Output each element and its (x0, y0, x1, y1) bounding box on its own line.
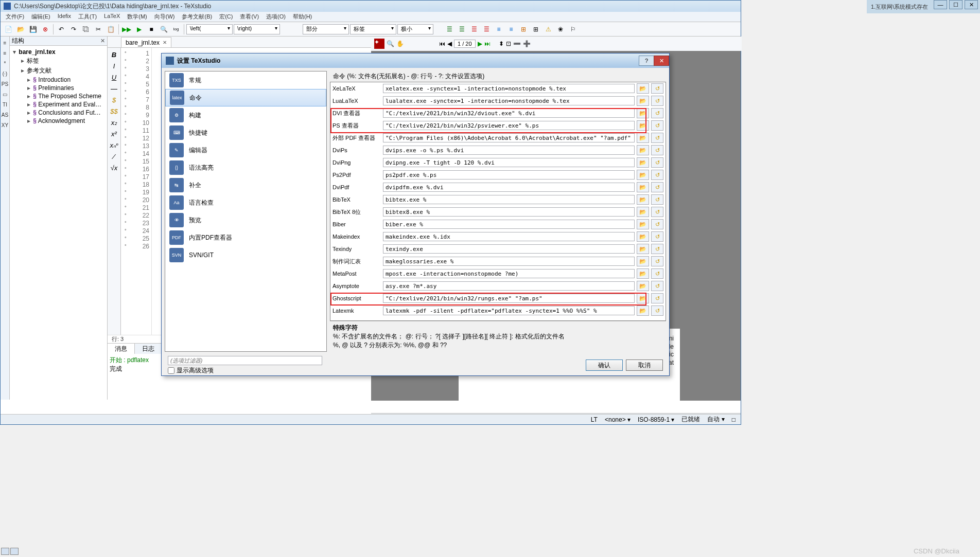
browse-icon[interactable]: 📂 (637, 207, 649, 217)
command-input[interactable] (383, 183, 635, 192)
math-tool-icon[interactable]: x₂ (111, 118, 117, 127)
pdf-scroll-icon[interactable]: ✋ (396, 40, 404, 47)
tree-item[interactable]: ▸ § Introduction (12, 76, 105, 84)
command-input[interactable] (383, 195, 635, 204)
menubar[interactable]: 文件(F)编辑(E)Idefix工具(T)LaTeX数学(M)向导(W)参考文献… (1, 12, 741, 22)
command-input[interactable] (383, 170, 635, 179)
browse-icon[interactable]: 📂 (637, 293, 649, 303)
list-icon[interactable]: ☰ (481, 24, 492, 35)
browse-icon[interactable]: 📂 (637, 145, 649, 155)
bookmark-icon[interactable]: ⚐ (567, 24, 579, 35)
settings-category-item[interactable]: PDF内置PDF查看器 (165, 229, 326, 246)
align-right-icon[interactable]: ☰ (468, 24, 480, 35)
settings-category-item[interactable]: TXS常规 (165, 71, 326, 89)
settings-category-item[interactable]: {}语法高亮 (165, 159, 326, 176)
tree-item[interactable]: ▸ § Acknowledgment (12, 117, 105, 125)
compile-icon[interactable]: ▶ (133, 24, 145, 35)
reset-icon[interactable]: ↺ (651, 133, 663, 143)
math-tool-icon[interactable]: xₙⁿ (110, 140, 118, 150)
math-tool-icon[interactable]: B (112, 50, 116, 59)
command-input[interactable] (383, 133, 635, 142)
reset-icon[interactable]: ↺ (651, 231, 663, 242)
browse-icon[interactable]: 📂 (637, 133, 649, 143)
status-none-combo[interactable]: <none> ▾ (605, 416, 631, 423)
command-input[interactable] (383, 158, 635, 167)
math-tool-icon[interactable]: — (111, 84, 117, 93)
reset-icon[interactable]: ↺ (651, 207, 663, 217)
dialog-help-icon[interactable]: ? (639, 56, 654, 66)
math-tool-icon[interactable]: ⁄ (113, 152, 114, 161)
right-delim-combo[interactable]: \right) (234, 24, 280, 34)
menu-item[interactable]: 编辑(E) (28, 12, 54, 22)
pdf-zoom-out-icon[interactable]: ➖ (513, 40, 521, 47)
command-input[interactable] (383, 281, 635, 291)
menu-item[interactable]: LaTeX (101, 12, 123, 22)
command-input[interactable] (383, 207, 635, 217)
table-icon[interactable]: ⊞ (518, 24, 529, 35)
tree-item[interactable]: ▸ 标签 (12, 56, 105, 66)
reset-icon[interactable]: ↺ (651, 96, 663, 106)
panel-tool-icon[interactable]: (·) (1, 69, 9, 78)
browse-icon[interactable]: 📂 (637, 306, 649, 316)
view-log-icon[interactable]: log (170, 24, 182, 35)
align-center-icon[interactable]: ☰ (456, 24, 467, 35)
tree-item[interactable]: ▸ § The Proposed Scheme (12, 92, 105, 100)
reset-icon[interactable]: ↺ (651, 157, 663, 168)
menu-item[interactable]: 工具(T) (75, 12, 100, 22)
redo-icon[interactable]: ↷ (68, 24, 79, 35)
panel-tool-icon[interactable]: * (1, 59, 9, 67)
taskbar-icon[interactable] (10, 548, 19, 555)
reset-icon[interactable]: ↺ (651, 120, 663, 131)
browse-icon[interactable]: 📂 (637, 268, 649, 279)
pdf-fit-width-icon[interactable]: ⬍ (499, 40, 504, 47)
browse-icon[interactable]: 📂 (637, 108, 649, 118)
filter-input[interactable] (168, 356, 322, 365)
pdf-magnify-icon[interactable]: 🔍 (387, 40, 394, 47)
panel-tool-icon[interactable]: ▭ (1, 90, 9, 98)
tab-close-icon[interactable]: ✕ (163, 40, 167, 45)
pdf-page-field[interactable]: 1 / 20 (454, 40, 476, 48)
command-input[interactable] (383, 146, 635, 155)
document-tab[interactable]: bare_jrnl.tex ✕ (121, 37, 171, 47)
browse-icon[interactable]: 📂 (637, 83, 649, 94)
status-encoding-combo[interactable]: ISO-8859-1 ▾ (638, 416, 674, 423)
pdf-zoom-in-icon[interactable]: ➕ (523, 40, 531, 47)
browse-icon[interactable]: 📂 (637, 194, 649, 205)
math-tool-icon[interactable]: x² (111, 129, 117, 138)
close-file-icon[interactable]: ⊗ (40, 24, 51, 35)
undo-icon[interactable]: ↶ (56, 24, 67, 35)
show-advanced-checkbox[interactable]: 显示高级选项 (168, 366, 322, 375)
math-tool-icon[interactable]: $ (112, 95, 116, 104)
bg-close-icon[interactable]: ✕ (965, 0, 978, 9)
cut-icon[interactable]: ✂ (93, 24, 104, 35)
pdf-fit-page-icon[interactable]: ⊡ (506, 40, 511, 47)
settings-category-list[interactable]: TXS常规latex命令⚙构建⌨快捷键✎编辑器{}语法高亮↹补全Aa语言检查👁预… (165, 71, 327, 352)
bg-minimize-icon[interactable]: — (934, 0, 947, 9)
settings-category-item[interactable]: SVNSVN/GIT (165, 246, 326, 264)
panel-tool-icon[interactable]: PS (1, 80, 9, 88)
bg-maximize-icon[interactable]: ☐ (949, 0, 962, 9)
reset-icon[interactable]: ↺ (651, 194, 663, 205)
menu-item[interactable]: 查看(V) (237, 12, 262, 22)
browse-icon[interactable]: 📂 (637, 170, 649, 180)
reset-icon[interactable]: ↺ (651, 145, 663, 155)
settings-category-item[interactable]: ⚙构建 (165, 106, 326, 124)
tree-item[interactable]: ▸ § Conclusions and Fut… (12, 109, 105, 117)
browse-icon[interactable]: 📂 (637, 281, 649, 291)
warning-icon[interactable]: ⚠ (542, 24, 554, 35)
stop-icon[interactable]: ■ (146, 24, 157, 35)
cancel-button[interactable]: 取消 (626, 360, 663, 371)
copy-icon[interactable]: ⿻ (80, 24, 92, 35)
reset-icon[interactable]: ↺ (651, 219, 663, 229)
panel-tool-icon[interactable]: ≡ (1, 39, 9, 47)
dialog-close-icon[interactable]: ✕ (654, 56, 669, 66)
settings-category-item[interactable]: ↹补全 (165, 176, 326, 194)
panel-close-icon[interactable]: ✕ (100, 38, 105, 44)
command-input[interactable] (383, 269, 635, 278)
menu-item[interactable]: 帮助(H) (290, 12, 315, 22)
settings-category-item[interactable]: ⌨快捷键 (165, 124, 326, 141)
paste-icon[interactable]: 📋 (105, 24, 116, 35)
command-input[interactable] (383, 96, 635, 105)
settings-category-item[interactable]: latex命令 (165, 89, 326, 106)
menu-item[interactable]: 向导(W) (151, 12, 178, 22)
